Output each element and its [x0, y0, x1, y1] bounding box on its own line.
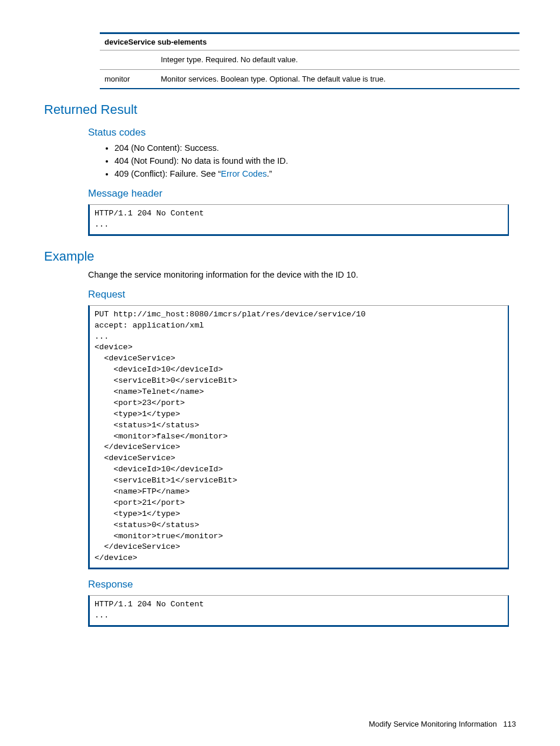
- list-item: 409 (Conflict): Failure. See “Error Code…: [114, 169, 516, 178]
- message-header-heading: Message header: [88, 188, 516, 200]
- sub-elements-table: deviceService sub-elements Integer type.…: [100, 32, 519, 89]
- request-code: PUT http://imc_host:8080/imcrs/plat/res/…: [88, 305, 509, 569]
- list-item: 404 (Not Found): No data is found with t…: [114, 156, 516, 166]
- example-intro: Change the service monitoring informatio…: [88, 270, 516, 279]
- example-heading: Example: [44, 249, 516, 264]
- text: .”: [267, 169, 272, 178]
- page-number: 113: [503, 720, 516, 728]
- returned-result-heading: Returned Result: [44, 102, 516, 117]
- cell: Integer type. Required. No default value…: [156, 50, 519, 70]
- cell: Monitor services. Boolean type. Optional…: [156, 69, 519, 89]
- response-code: HTTP/1.1 204 No Content ...: [88, 595, 509, 627]
- table-header: deviceService sub-elements: [100, 33, 519, 50]
- request-heading: Request: [88, 289, 516, 301]
- message-header-code: HTTP/1.1 204 No Content ...: [88, 204, 509, 236]
- status-codes-list: 204 (No Content): Success. 404 (Not Foun…: [103, 143, 516, 178]
- table-row: Integer type. Required. No default value…: [100, 50, 519, 70]
- cell: [100, 50, 156, 70]
- list-item: 204 (No Content): Success.: [114, 143, 516, 153]
- page-footer: Modify Service Monitoring Information 11…: [369, 720, 516, 728]
- footer-title: Modify Service Monitoring Information: [369, 720, 497, 728]
- cell: monitor: [100, 69, 156, 89]
- table-row: monitor Monitor services. Boolean type. …: [100, 69, 519, 89]
- text: 409 (Conflict): Failure. See “: [114, 169, 221, 178]
- error-codes-link[interactable]: Error Codes: [221, 169, 266, 178]
- response-heading: Response: [88, 579, 516, 590]
- status-codes-heading: Status codes: [88, 127, 516, 139]
